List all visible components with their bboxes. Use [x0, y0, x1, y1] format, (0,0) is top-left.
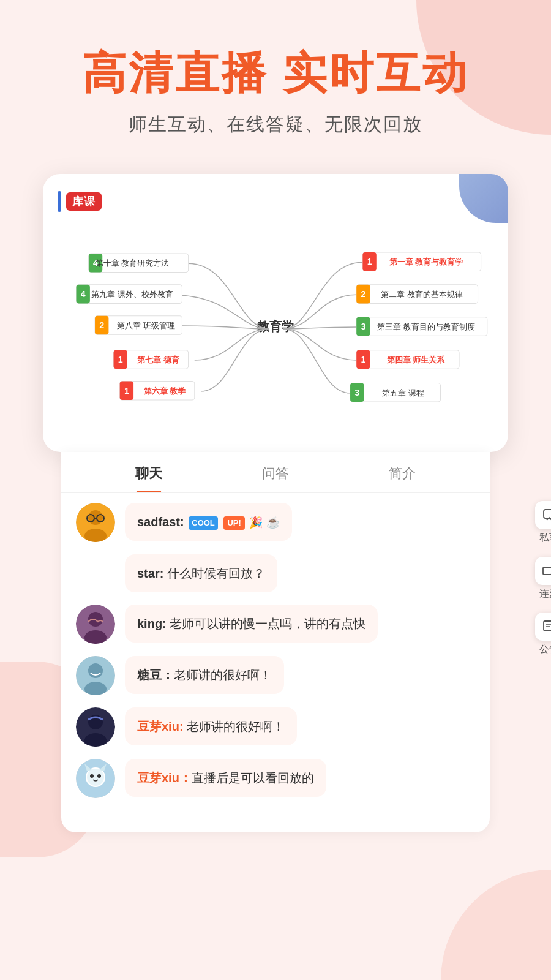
svg-rect-65 [544, 621, 551, 631]
bg-decoration-right [441, 870, 551, 980]
svg-text:3: 3 [361, 322, 365, 331]
svg-text:1: 1 [118, 355, 123, 364]
svg-rect-64 [543, 567, 551, 575]
chat-section: 聊天 问答 简介 [61, 452, 490, 832]
logo-badge: 库课 [66, 192, 102, 211]
svg-rect-63 [544, 510, 551, 518]
badge-up: UP! [223, 516, 244, 530]
mindmap-card: 库课 教育学 [43, 174, 508, 452]
svg-text:第二章 教育的基本规律: 第二章 教育的基本规律 [381, 290, 463, 299]
svg-text:1: 1 [367, 257, 372, 267]
svg-text:第六章 教学: 第六章 教学 [144, 386, 186, 396]
message-bubble: 豆芽xiu：直播后是可以看回放的 [125, 759, 326, 797]
svg-text:3: 3 [354, 388, 359, 398]
svg-text:4: 4 [81, 289, 86, 299]
message-bubble: star: 什么时候有回放？ [125, 554, 277, 592]
svg-text:第一章 教育与教育学: 第一章 教育与教育学 [389, 258, 463, 267]
svg-text:第四章 师生关系: 第四章 师生关系 [387, 355, 446, 364]
hero-section: 高清直播 实时互动 师生互动、在线答疑、无限次回放 [0, 0, 551, 162]
list-item: king: 老师可以讲的慢一点吗，讲的有点快 [76, 605, 475, 644]
svg-text:第九章 课外、校外教育: 第九章 课外、校外教育 [91, 290, 173, 299]
notice-button[interactable]: 公告 [535, 612, 551, 656]
svg-text:1: 1 [124, 386, 129, 396]
logo-bar [58, 191, 61, 212]
badge-cool: COOL [189, 516, 218, 530]
list-item: sadfast: COOL UP! 🎉 ☕ [76, 503, 475, 542]
video-link-label: 连麦 [539, 587, 551, 600]
hero-title: 高清直播 实时互动 [24, 49, 527, 97]
notice-label: 公告 [539, 643, 551, 656]
list-item: 糖豆：老师讲的很好啊！ [76, 656, 475, 695]
tab-intro[interactable]: 简介 [339, 452, 465, 492]
svg-text:第十章 教育研究方法: 第十章 教育研究方法 [96, 259, 170, 268]
svg-point-62 [97, 774, 101, 778]
svg-text:第七章 德育: 第七章 德育 [137, 355, 180, 364]
tab-qa[interactable]: 问答 [212, 452, 339, 492]
message-bubble: 豆芽xiu: 老师讲的很好啊！ [125, 707, 297, 745]
svg-text:第五章 课程: 第五章 课程 [382, 388, 424, 398]
tab-chat[interactable]: 聊天 [86, 452, 212, 492]
chat-icon [535, 501, 551, 529]
avatar [76, 605, 115, 644]
avatar [76, 656, 115, 695]
svg-text:第三章 教育目的与教育制度: 第三章 教育目的与教育制度 [377, 322, 475, 331]
avatar [76, 707, 115, 747]
svg-text:1: 1 [361, 355, 365, 364]
mindmap-diagram: 教育学 [58, 222, 493, 430]
notice-icon [535, 612, 551, 641]
video-link-button[interactable]: 连麦 [535, 557, 551, 600]
chat-tabs: 聊天 问答 简介 [61, 452, 490, 493]
list-item: 豆芽xiu：直播后是可以看回放的 [76, 759, 475, 798]
svg-point-61 [90, 774, 94, 778]
svg-text:教育学: 教育学 [257, 319, 294, 333]
private-chat-label: 私聊 [539, 532, 551, 545]
card-corner-decoration [459, 174, 508, 223]
mindmap-section: 库课 教育学 [0, 162, 551, 452]
svg-point-58 [87, 769, 104, 786]
message-bubble: 糖豆：老师讲的很好啊！ [125, 656, 284, 694]
list-item: star: 什么时候有回放？ [76, 554, 475, 592]
svg-text:2: 2 [361, 289, 365, 299]
avatar [76, 503, 115, 542]
video-icon [535, 557, 551, 585]
list-item: 豆芽xiu: 老师讲的很好啊！ [76, 707, 475, 747]
message-bubble: sadfast: COOL UP! 🎉 ☕ [125, 503, 292, 541]
hero-subtitle: 师生互动、在线答疑、无限次回放 [24, 112, 527, 137]
svg-text:第八章 班级管理: 第八章 班级管理 [117, 321, 175, 330]
svg-point-51 [88, 663, 103, 678]
action-buttons: 私聊 连麦 公告 [535, 501, 551, 656]
message-bubble: king: 老师可以讲的慢一点吗，讲的有点快 [125, 605, 378, 643]
chat-list: sadfast: COOL UP! 🎉 ☕ star: 什么时候有回放？ [61, 493, 490, 820]
private-chat-button[interactable]: 私聊 [535, 501, 551, 545]
avatar [76, 759, 115, 798]
svg-text:2: 2 [99, 320, 104, 330]
mindmap-logo: 库课 [58, 191, 493, 212]
